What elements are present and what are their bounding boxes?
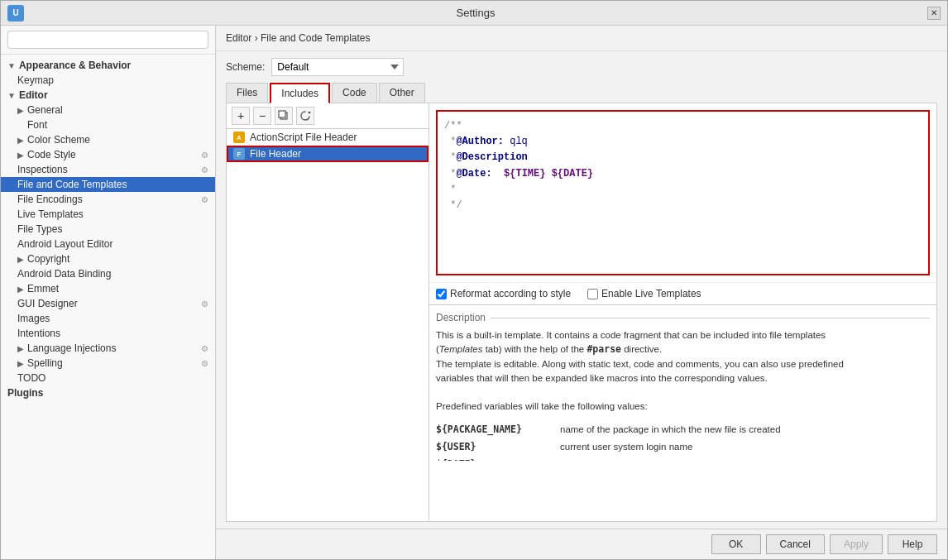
sidebar-label: Android Layout Editor: [17, 238, 113, 250]
actionscript-icon: A: [233, 132, 245, 143]
variable-row: ${USER} current user system login name: [436, 438, 930, 456]
svg-rect-1: [279, 111, 285, 117]
sidebar-item-keymap[interactable]: Keymap: [1, 73, 215, 88]
sidebar-label: Keymap: [17, 74, 54, 86]
live-templates-option[interactable]: Enable Live Templates: [587, 288, 701, 299]
sidebar-item-inspections[interactable]: Inspections ⚙: [1, 162, 215, 177]
content-area: ▼ Appearance & Behavior Keymap ▼ Editor …: [1, 26, 947, 559]
description-content: This is a built-in template. It contains…: [436, 328, 930, 461]
window-title: Settings: [24, 7, 927, 19]
live-templates-checkbox[interactable]: [587, 289, 598, 299]
sidebar-item-editor[interactable]: ▼ Editor: [1, 88, 215, 103]
list-item[interactable]: A ActionScript File Header: [227, 129, 429, 146]
sidebar-item-copyright[interactable]: ▶ Copyright: [1, 251, 215, 266]
expand-icon: ▶: [17, 359, 24, 368]
sidebar-item-file-encodings[interactable]: File Encodings ⚙: [1, 192, 215, 207]
settings-tree: ▼ Appearance & Behavior Keymap ▼ Editor …: [1, 55, 215, 559]
tab-code[interactable]: Code: [332, 83, 377, 103]
expand-icon: ▼: [7, 61, 16, 70]
tabs-row: Files Includes Code Other: [226, 83, 937, 103]
sidebar-label: Plugins: [7, 387, 43, 399]
sidebar-label: Intentions: [17, 328, 60, 339]
sidebar-item-color-scheme[interactable]: ▶ Color Scheme: [1, 132, 215, 147]
sidebar-item-language-injections[interactable]: ▶ Language Injections ⚙: [1, 341, 215, 356]
sidebar-item-todo[interactable]: TODO: [1, 371, 215, 385]
scheme-select[interactable]: Default Project: [271, 58, 404, 76]
sidebar-item-android-layout-editor[interactable]: Android Layout Editor: [1, 237, 215, 251]
sidebar-label: Appearance & Behavior: [19, 60, 131, 71]
reformat-label: Reformat according to style: [450, 288, 571, 299]
apply-button[interactable]: Apply: [830, 534, 883, 554]
var-name: ${USER}: [436, 440, 543, 454]
bottom-bar: OK Cancel Apply Help: [216, 529, 947, 559]
reformat-option[interactable]: Reformat according to style: [436, 288, 571, 299]
sidebar-item-file-code-templates[interactable]: File and Code Templates: [1, 177, 215, 192]
ok-button[interactable]: OK: [711, 534, 761, 554]
tab-other[interactable]: Other: [379, 83, 425, 103]
breadcrumb: Editor › File and Code Templates: [216, 26, 947, 51]
help-button[interactable]: Help: [888, 534, 937, 554]
reformat-checkbox[interactable]: [436, 289, 447, 299]
file-list-section: + −: [227, 103, 429, 521]
desc-line-1: This is a built-in template. It contains…: [436, 328, 930, 342]
sidebar-label: Android Data Binding: [17, 268, 111, 280]
sidebar-label: General: [27, 104, 63, 116]
sidebar-label: Spelling: [27, 357, 63, 369]
sidebar-item-android-data-binding[interactable]: Android Data Binding: [1, 266, 215, 281]
reset-button[interactable]: [296, 107, 314, 125]
expand-icon: ▼: [7, 91, 16, 100]
file-name: File Header: [250, 148, 301, 160]
tab-files[interactable]: Files: [226, 83, 268, 103]
sidebar-item-appearance[interactable]: ▼ Appearance & Behavior: [1, 58, 215, 73]
search-container: [1, 26, 215, 55]
close-button[interactable]: ✕: [927, 7, 941, 20]
desc-spacer: [436, 385, 930, 400]
title-bar: U Settings ✕: [1, 1, 947, 26]
gear-icon: ⚙: [201, 165, 208, 175]
panel-content: Scheme: Default Project Files Includes C…: [216, 51, 947, 529]
sidebar-item-emmet[interactable]: ▶ Emmet: [1, 281, 215, 296]
editor-options: Reformat according to style Enable Live …: [429, 282, 936, 304]
sidebar-item-code-style[interactable]: ▶ Code Style ⚙: [1, 147, 215, 162]
sidebar-item-file-types[interactable]: File Types: [1, 222, 215, 237]
cancel-button[interactable]: Cancel: [766, 534, 825, 554]
code-editor[interactable]: /** *@Author: qlq *@Description *@Date: …: [436, 110, 930, 275]
copy-button[interactable]: [275, 107, 293, 125]
sidebar-item-plugins[interactable]: Plugins: [1, 385, 215, 400]
gear-icon: ⚙: [201, 344, 208, 353]
list-item[interactable]: F File Header: [227, 146, 429, 162]
sidebar-item-intentions[interactable]: Intentions: [1, 326, 215, 341]
desc-line-4: variables that will then be expanded lik…: [436, 371, 930, 385]
sidebar-label: File and Code Templates: [17, 179, 127, 190]
gear-icon: ⚙: [201, 359, 208, 368]
sidebar-item-images[interactable]: Images: [1, 311, 215, 326]
var-desc: name of the package in which the new fil…: [560, 423, 781, 437]
sidebar-label: Code Style: [27, 149, 76, 160]
var-desc: current system date: [560, 457, 644, 461]
sidebar-item-general[interactable]: ▶ General: [1, 103, 215, 117]
sidebar-item-spelling[interactable]: ▶ Spelling ⚙: [1, 356, 215, 371]
description-section: Description This is a built-in template.…: [429, 304, 936, 467]
var-name: ${DATE}: [436, 457, 543, 461]
search-input[interactable]: [7, 31, 208, 49]
file-header-icon: F: [233, 148, 245, 160]
sidebar-item-live-templates[interactable]: Live Templates: [1, 207, 215, 222]
app-icon: U: [7, 5, 24, 22]
scheme-label: Scheme:: [226, 61, 265, 73]
svg-marker-2: [308, 112, 311, 114]
sidebar-label: Live Templates: [17, 208, 84, 220]
sidebar-label: Copyright: [27, 253, 69, 265]
sidebar-item-gui-designer[interactable]: GUI Designer ⚙: [1, 296, 215, 311]
sidebar-label: File Types: [17, 223, 62, 235]
includes-panel: + −: [227, 103, 936, 521]
expand-icon: ▶: [17, 344, 24, 353]
add-button[interactable]: +: [232, 107, 250, 125]
sidebar-item-font[interactable]: Font: [1, 117, 215, 132]
description-title: Description: [436, 312, 930, 323]
tab-includes[interactable]: Includes: [270, 83, 330, 103]
live-templates-label: Enable Live Templates: [601, 288, 701, 299]
remove-button[interactable]: −: [253, 107, 271, 125]
sidebar-label: Language Injections: [27, 342, 116, 354]
gear-icon: ⚙: [201, 299, 208, 309]
expand-icon: ▶: [17, 285, 24, 294]
